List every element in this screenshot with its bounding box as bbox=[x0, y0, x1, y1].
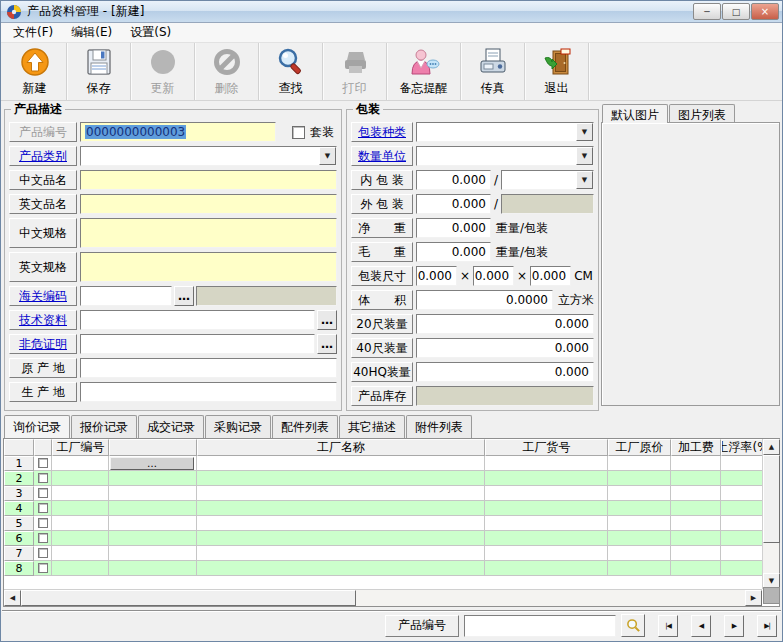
row-checkbox[interactable] bbox=[38, 488, 48, 498]
table-cell[interactable] bbox=[197, 561, 485, 576]
table-cell[interactable] bbox=[671, 501, 721, 516]
table-cell[interactable] bbox=[52, 531, 109, 546]
table-cell[interactable] bbox=[197, 486, 485, 501]
table-cell[interactable] bbox=[608, 561, 671, 576]
table-cell[interactable] bbox=[197, 501, 485, 516]
table-cell[interactable] bbox=[52, 546, 109, 561]
pack-type-combobox[interactable]: ▼ bbox=[416, 122, 594, 142]
table-cell[interactable] bbox=[485, 516, 608, 531]
tech-doc-browse-button[interactable]: … bbox=[317, 310, 337, 330]
net-weight-input[interactable]: 0.000 bbox=[416, 218, 491, 238]
menu-edit[interactable]: 编辑(E) bbox=[62, 22, 121, 43]
table-vertical-scrollbar[interactable]: ▲ ▼ bbox=[762, 439, 779, 589]
nav-last-button[interactable]: ▶| bbox=[757, 615, 777, 637]
tech-doc-label-link[interactable]: 技术资料 bbox=[9, 310, 77, 330]
horizontal-scroll-thumb[interactable] bbox=[21, 590, 356, 606]
table-cell[interactable] bbox=[485, 471, 608, 486]
table-cell[interactable] bbox=[671, 561, 721, 576]
table-cell[interactable] bbox=[109, 531, 197, 546]
row-checkbox[interactable] bbox=[38, 473, 48, 483]
minimize-button[interactable]: ─ bbox=[693, 3, 721, 20]
table-cell[interactable] bbox=[721, 531, 764, 546]
table-row[interactable]: 6 bbox=[4, 531, 779, 546]
table-cell[interactable] bbox=[608, 456, 671, 471]
table-cell[interactable] bbox=[52, 501, 109, 516]
volume-input[interactable]: 0.0000 bbox=[416, 290, 553, 310]
header-factory-no[interactable]: 工厂编号 bbox=[52, 439, 109, 456]
table-row[interactable]: 1… bbox=[4, 456, 779, 471]
non-danger-input[interactable] bbox=[80, 334, 315, 354]
nav-next-button[interactable]: ▶ bbox=[724, 615, 744, 637]
table-cell[interactable] bbox=[608, 486, 671, 501]
table-cell[interactable] bbox=[197, 456, 485, 471]
scroll-left-icon[interactable]: ◀ bbox=[4, 590, 21, 606]
table-cell[interactable] bbox=[671, 546, 721, 561]
save-button[interactable]: 保存 bbox=[67, 43, 131, 100]
bottom-product-no-input[interactable] bbox=[464, 615, 616, 637]
tab-image-list[interactable]: 图片列表 bbox=[669, 104, 735, 123]
table-cell[interactable] bbox=[721, 486, 764, 501]
scroll-up-icon[interactable]: ▲ bbox=[763, 439, 780, 455]
cn-name-input[interactable] bbox=[80, 170, 337, 190]
table-cell[interactable] bbox=[52, 516, 109, 531]
table-cell[interactable] bbox=[671, 531, 721, 546]
hs-code-input[interactable] bbox=[80, 286, 172, 306]
bottom-search-button[interactable] bbox=[621, 614, 645, 637]
table-cell[interactable] bbox=[197, 546, 485, 561]
chevron-down-icon[interactable]: ▼ bbox=[319, 147, 336, 165]
table-cell[interactable] bbox=[109, 486, 197, 501]
row-checkbox[interactable] bbox=[38, 458, 48, 468]
table-cell[interactable] bbox=[485, 546, 608, 561]
container40-input[interactable]: 0.000 bbox=[416, 338, 594, 358]
container20-input[interactable]: 0.000 bbox=[416, 314, 594, 334]
hs-code-browse-button[interactable]: … bbox=[174, 286, 194, 306]
nav-first-button[interactable]: |◀ bbox=[658, 615, 678, 637]
set-checkbox[interactable] bbox=[292, 126, 305, 139]
row-checkbox[interactable] bbox=[38, 518, 48, 528]
table-row[interactable]: 3 bbox=[4, 486, 779, 501]
production-place-input[interactable] bbox=[80, 382, 337, 402]
table-cell[interactable] bbox=[109, 561, 197, 576]
table-cell[interactable] bbox=[721, 456, 764, 471]
table-cell[interactable]: … bbox=[109, 456, 197, 471]
category-combobox[interactable]: ▼ bbox=[80, 146, 337, 166]
table-cell[interactable] bbox=[197, 471, 485, 486]
nav-prev-button[interactable]: ◀ bbox=[691, 615, 711, 637]
table-cell[interactable] bbox=[608, 471, 671, 486]
hs-code-label-link[interactable]: 海关编码 bbox=[9, 286, 77, 306]
tab-default-image[interactable]: 默认图片 bbox=[602, 104, 668, 123]
table-cell[interactable] bbox=[485, 456, 608, 471]
row-checkbox[interactable] bbox=[38, 548, 48, 558]
table-cell[interactable] bbox=[197, 531, 485, 546]
table-row[interactable]: 7 bbox=[4, 546, 779, 561]
new-button[interactable]: 新建 bbox=[3, 43, 67, 100]
row-checkbox[interactable] bbox=[38, 503, 48, 513]
category-label-link[interactable]: 产品类别 bbox=[9, 146, 77, 166]
table-cell[interactable] bbox=[485, 501, 608, 516]
en-spec-input[interactable] bbox=[80, 252, 337, 282]
row-browse-button[interactable]: … bbox=[110, 457, 194, 470]
table-cell[interactable] bbox=[109, 471, 197, 486]
table-cell[interactable] bbox=[52, 486, 109, 501]
tab-attachment-list[interactable]: 附件列表 bbox=[406, 415, 472, 438]
table-row[interactable]: 8 bbox=[4, 561, 779, 576]
table-row[interactable]: 4 bbox=[4, 501, 779, 516]
table-cell[interactable] bbox=[109, 516, 197, 531]
table-cell[interactable] bbox=[671, 471, 721, 486]
close-button[interactable]: × bbox=[751, 3, 779, 20]
memo-reminder-button[interactable]: 备忘提醒 bbox=[387, 43, 461, 100]
pack-size-height-input[interactable]: 0.000 bbox=[530, 266, 571, 286]
origin-input[interactable] bbox=[80, 358, 337, 378]
table-row[interactable]: 5 bbox=[4, 516, 779, 531]
table-cell[interactable] bbox=[485, 531, 608, 546]
table-cell[interactable] bbox=[721, 546, 764, 561]
table-cell[interactable] bbox=[721, 471, 764, 486]
menu-settings[interactable]: 设置(S) bbox=[121, 22, 180, 43]
fax-button[interactable]: 传真 bbox=[461, 43, 525, 100]
table-cell[interactable] bbox=[671, 486, 721, 501]
outer-pack-input[interactable]: 0.000 bbox=[416, 194, 491, 214]
exit-button[interactable]: 退出 bbox=[525, 43, 589, 100]
chevron-down-icon[interactable]: ▼ bbox=[576, 171, 593, 189]
row-checkbox[interactable] bbox=[38, 563, 48, 573]
tab-other-desc[interactable]: 其它描述 bbox=[339, 415, 405, 438]
